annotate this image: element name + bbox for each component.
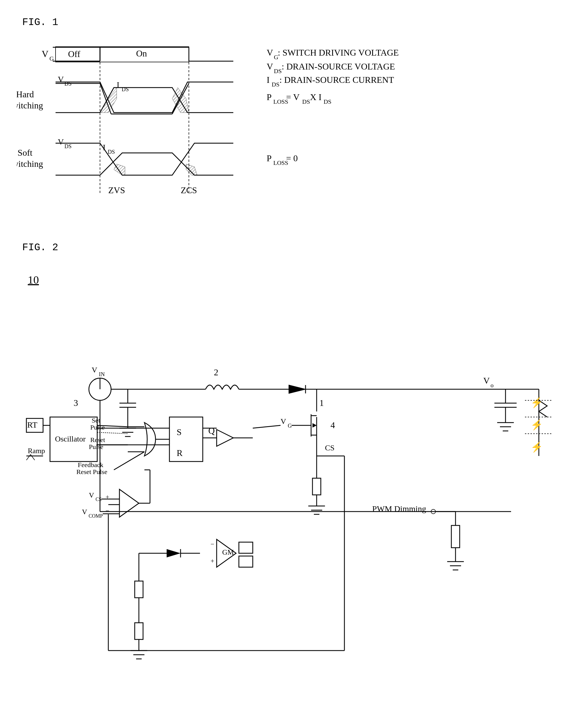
svg-text:Hard: Hard bbox=[17, 89, 34, 99]
svg-rect-183 bbox=[135, 581, 143, 598]
svg-text:V: V bbox=[267, 62, 273, 71]
svg-text:1: 1 bbox=[320, 398, 324, 408]
svg-text:Feedback: Feedback bbox=[78, 461, 103, 468]
svg-text:10: 10 bbox=[28, 274, 39, 286]
svg-rect-115 bbox=[170, 417, 203, 462]
svg-text:DS: DS bbox=[108, 149, 115, 155]
svg-marker-64 bbox=[289, 385, 305, 394]
svg-text:CS: CS bbox=[325, 443, 334, 452]
svg-text:Ramp: Ramp bbox=[28, 447, 45, 455]
svg-text:DS: DS bbox=[122, 86, 129, 92]
svg-text:PWM Dimming: PWM Dimming bbox=[372, 504, 426, 513]
svg-text:V: V bbox=[89, 491, 94, 499]
svg-rect-155 bbox=[239, 542, 253, 553]
svg-text:: DRAIN-SOURCE VOLTAGE: : DRAIN-SOURCE VOLTAGE bbox=[282, 62, 395, 71]
svg-line-138 bbox=[253, 425, 281, 428]
svg-text:V: V bbox=[281, 417, 286, 426]
svg-text:Pulse: Pulse bbox=[90, 424, 105, 431]
svg-text:P: P bbox=[267, 92, 272, 102]
svg-text:2: 2 bbox=[214, 367, 218, 377]
fig1-label: FIG. 1 bbox=[22, 17, 58, 28]
svg-text:V: V bbox=[483, 376, 490, 385]
svg-text:V: V bbox=[58, 137, 64, 146]
svg-text:IN: IN bbox=[99, 371, 105, 377]
svg-rect-100 bbox=[313, 478, 321, 495]
svg-marker-179 bbox=[167, 549, 181, 558]
svg-text:4: 4 bbox=[331, 420, 335, 430]
svg-text:P: P bbox=[267, 153, 272, 163]
svg-text:DS: DS bbox=[324, 98, 331, 105]
svg-marker-91 bbox=[313, 423, 317, 428]
svg-text:= V: = V bbox=[286, 92, 300, 102]
svg-text:⚡: ⚡ bbox=[530, 397, 543, 408]
svg-text:DS: DS bbox=[274, 68, 282, 74]
svg-marker-139 bbox=[119, 489, 139, 517]
svg-text:Switching: Switching bbox=[17, 100, 43, 110]
svg-text:3: 3 bbox=[74, 398, 78, 408]
fig2-label: FIG. 2 bbox=[22, 242, 58, 253]
svg-text:V: V bbox=[91, 366, 97, 374]
svg-text:Pulse: Pulse bbox=[89, 443, 103, 450]
svg-text:= 0: = 0 bbox=[286, 153, 298, 163]
svg-text:V: V bbox=[42, 49, 48, 59]
svg-text:R: R bbox=[177, 448, 183, 458]
svg-text:X I: X I bbox=[310, 92, 322, 102]
svg-text:o: o bbox=[490, 382, 493, 389]
svg-text:V: V bbox=[267, 47, 273, 58]
svg-text:ZVS: ZVS bbox=[108, 185, 125, 195]
svg-text:: DRAIN-SOURCE CURRENT: : DRAIN-SOURCE CURRENT bbox=[280, 75, 394, 85]
svg-text:+: + bbox=[211, 557, 214, 564]
svg-text:Set: Set bbox=[91, 417, 100, 424]
svg-text:Oscillator: Oscillator bbox=[55, 435, 86, 443]
fig2-diagram: 10 V IN 2 V o bbox=[11, 261, 581, 701]
svg-text:CS: CS bbox=[96, 497, 102, 502]
svg-text:On: On bbox=[136, 48, 147, 58]
svg-text:I: I bbox=[267, 75, 270, 85]
svg-text:−: − bbox=[106, 507, 109, 514]
svg-text:Reset: Reset bbox=[90, 436, 105, 443]
svg-marker-36 bbox=[186, 164, 197, 175]
svg-text:Reset Pulse: Reset Pulse bbox=[76, 468, 107, 475]
svg-text:DS: DS bbox=[302, 98, 310, 105]
svg-text:Q: Q bbox=[208, 426, 215, 436]
svg-marker-122 bbox=[217, 430, 233, 446]
svg-text:GM: GM bbox=[222, 548, 234, 556]
svg-text:DS: DS bbox=[65, 143, 72, 149]
svg-text:Soft: Soft bbox=[17, 147, 32, 158]
svg-rect-185 bbox=[135, 623, 143, 639]
svg-text:⚡: ⚡ bbox=[530, 441, 543, 453]
svg-text:ZCS: ZCS bbox=[181, 185, 197, 195]
svg-text:RT: RT bbox=[27, 420, 37, 429]
svg-text:V: V bbox=[82, 508, 87, 516]
svg-rect-156 bbox=[239, 556, 253, 567]
svg-text:−: − bbox=[211, 540, 214, 548]
fig1-diagram: V G Off On Hard Switching V bbox=[17, 33, 489, 228]
svg-text:Off: Off bbox=[68, 49, 80, 59]
svg-text:G: G bbox=[288, 423, 292, 429]
svg-line-134 bbox=[114, 452, 144, 470]
svg-text:⚡: ⚡ bbox=[530, 419, 543, 431]
svg-text:COMP: COMP bbox=[88, 513, 103, 519]
svg-text:S: S bbox=[177, 427, 182, 437]
svg-text:: SWITCH DRIVING VOLTAGE: : SWITCH DRIVING VOLTAGE bbox=[278, 47, 399, 58]
svg-rect-161 bbox=[451, 526, 460, 548]
svg-text:DS: DS bbox=[272, 81, 280, 88]
svg-text:Switching: Switching bbox=[17, 159, 43, 169]
